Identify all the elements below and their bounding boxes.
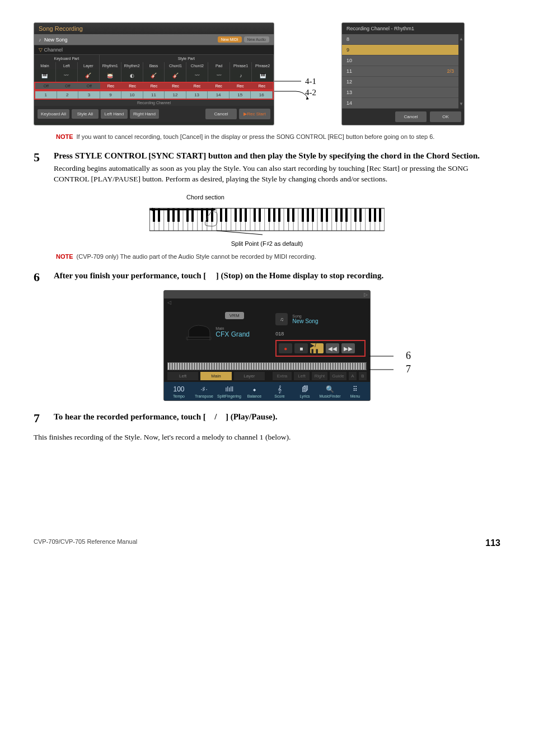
rec-cell[interactable]: Off xyxy=(35,83,57,89)
instrument-icon: 〰 xyxy=(208,69,230,82)
svg-rect-83 xyxy=(354,208,357,222)
rewind-button[interactable]: ◀◀ xyxy=(326,343,339,353)
step-number: 5 xyxy=(34,150,54,185)
left-hand-button[interactable]: Left Hand xyxy=(101,109,128,119)
record-button[interactable]: ● xyxy=(279,343,292,353)
tab-right[interactable]: Right xyxy=(312,372,327,380)
svg-rect-2 xyxy=(149,208,385,231)
note-label: NOTE xyxy=(56,133,73,140)
mini-keyboard-icon xyxy=(167,362,367,370)
rec-cell[interactable]: Rec xyxy=(208,83,229,89)
svg-rect-55 xyxy=(167,208,170,222)
channel-num[interactable]: 3 xyxy=(78,91,100,99)
ok-button[interactable]: OK xyxy=(430,111,461,122)
channel-num[interactable]: 12 xyxy=(165,91,186,99)
rec-state-row[interactable]: Off Off Off Rec Rec Rec Rec Rec Rec Rec … xyxy=(34,82,274,90)
tab-layer[interactable]: Layer xyxy=(234,372,265,380)
channel-num[interactable]: 16 xyxy=(251,91,273,99)
list-item[interactable]: 8 xyxy=(342,34,458,45)
callout-4-2: 4-2 xyxy=(305,88,316,97)
rec-cell[interactable]: Rec xyxy=(251,83,273,89)
new-midi-pill[interactable]: New MIDI xyxy=(218,36,242,43)
instrument-icon: ♪ xyxy=(230,69,252,82)
rec-start-button[interactable]: ▶Rec Start xyxy=(239,109,270,119)
rec-cell[interactable]: Off xyxy=(78,83,100,89)
voice-tabs-row: Left Main Layer Extra Left Right Guide A… xyxy=(164,370,370,382)
tab-a[interactable]: A xyxy=(349,372,357,380)
rec-cell[interactable]: Rec xyxy=(121,83,143,89)
svg-rect-59 xyxy=(191,208,194,222)
balance-cell[interactable]: ⬥Balance xyxy=(242,384,267,398)
cancel-button[interactable]: Cancel xyxy=(395,111,427,122)
scroll-up-icon[interactable]: ▲ xyxy=(459,36,463,41)
channel-header[interactable]: ▽ Channel xyxy=(34,45,274,55)
tab-left[interactable]: Left xyxy=(167,372,198,380)
score-cell[interactable]: 𝄞Score xyxy=(267,384,292,398)
tab-guide[interactable]: Guide xyxy=(330,372,346,380)
list-item[interactable]: 12 xyxy=(342,77,458,87)
tab-main[interactable]: Main xyxy=(200,372,231,380)
music-finder-cell[interactable]: 🔍MusicFinder xyxy=(317,384,343,398)
lyrics-cell[interactable]: 🗐Lyrics xyxy=(292,384,317,398)
song-name-label: New Song xyxy=(44,37,216,43)
rec-cell[interactable]: Rec xyxy=(100,83,122,89)
transpose-cell[interactable]: ·♯·Transpose xyxy=(191,384,217,398)
stop-button[interactable]: ■ xyxy=(294,343,308,353)
song-name[interactable]: New Song xyxy=(292,318,318,324)
channel-num[interactable]: 2 xyxy=(57,91,79,99)
voice-name[interactable]: CFX Grand xyxy=(216,330,250,338)
fast-forward-button[interactable]: ▶▶ xyxy=(341,343,355,353)
cancel-button[interactable]: Cancel xyxy=(205,109,237,119)
part-names-row: Main Left Layer Rhythm1 Rhythm2 Bass Cho… xyxy=(34,62,274,69)
tab-extra[interactable]: Extra xyxy=(273,372,292,380)
play-pause-button[interactable]: ▶/❚❚ xyxy=(310,343,324,353)
channel-number-row[interactable]: 1 2 3 9 10 11 12 13 14 15 16 xyxy=(34,90,274,100)
channel-num[interactable]: 15 xyxy=(229,91,251,99)
rec-cell[interactable]: Rec xyxy=(143,83,165,89)
channel-num[interactable]: 1 xyxy=(35,91,57,99)
split-fingering-cell[interactable]: ılıllSplitFingering xyxy=(217,384,242,398)
step-number: 7 xyxy=(34,411,54,426)
svg-rect-75 xyxy=(302,208,304,222)
stop-icon xyxy=(208,273,214,278)
instrument-icon-row: 🎹 〰 🎸 🥁 ◐ 🎸 🎸 〰 〰 ♪ 🎹 xyxy=(34,69,274,82)
step-title-part: After you finish your performance, touch… xyxy=(54,271,206,280)
tab-left2[interactable]: Left xyxy=(294,372,310,380)
svg-rect-72 xyxy=(278,208,280,222)
svg-rect-82 xyxy=(345,208,348,222)
tempo-cell[interactable]: 100Tempo xyxy=(166,384,191,398)
song-note-icon: ♫ xyxy=(275,313,288,325)
note-text: (CVP-709 only) The audio part of the Aud… xyxy=(77,253,316,260)
rec-cell[interactable]: Rec xyxy=(165,83,186,89)
piano-icon: 🎹 xyxy=(252,69,274,82)
scroll-column[interactable]: ▲ ▼ xyxy=(458,34,464,109)
right-hand-button[interactable]: Right Hand xyxy=(130,109,159,119)
part-col: Phrase2 xyxy=(252,62,274,69)
keyboard-all-button[interactable]: Keyboard All xyxy=(38,109,69,119)
channel-num[interactable]: 10 xyxy=(121,91,143,99)
list-item[interactable]: 10 xyxy=(342,55,458,66)
style-all-button[interactable]: Style All xyxy=(72,109,99,119)
channel-num[interactable]: 11 xyxy=(143,91,165,99)
rec-cell[interactable]: Off xyxy=(57,83,79,89)
vrm-badge: VRM xyxy=(225,312,244,319)
note-label: NOTE xyxy=(56,253,73,260)
channel-label: Channel xyxy=(44,47,63,53)
forward-icon[interactable]: ▷ xyxy=(364,292,368,297)
scroll-down-icon[interactable]: ▼ xyxy=(459,101,463,106)
channel-num[interactable]: 9 xyxy=(100,91,122,99)
channel-num[interactable]: 14 xyxy=(208,91,229,99)
rec-cell[interactable]: Rec xyxy=(229,83,251,89)
list-item[interactable]: 14 xyxy=(342,98,458,109)
list-item[interactable]: 13 xyxy=(342,87,458,98)
list-item[interactable]: 9 xyxy=(342,45,458,55)
new-audio-pill[interactable]: New Audio xyxy=(244,36,269,43)
tab-b[interactable]: B xyxy=(359,372,367,380)
part-col: Rhythm2 xyxy=(121,62,143,69)
channel-num[interactable]: 13 xyxy=(186,91,208,99)
part-col: Bass xyxy=(143,62,165,69)
rec-cell[interactable]: Rec xyxy=(186,83,208,89)
menu-cell[interactable]: ⠿Menu xyxy=(343,384,368,398)
list-item[interactable]: 112/3 xyxy=(342,66,458,77)
back-icon[interactable]: ◁ xyxy=(164,298,370,306)
